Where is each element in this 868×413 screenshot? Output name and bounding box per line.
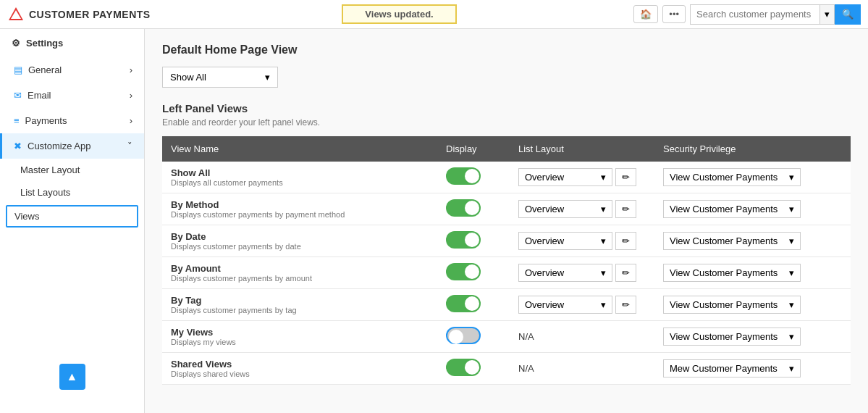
security-dropdown[interactable]: View Customer Payments ▾	[663, 200, 801, 218]
sidebar-sub-views[interactable]: Views	[6, 205, 138, 228]
security-dropdown[interactable]: View Customer Payments ▾	[663, 296, 801, 314]
left-panel-sub: Enable and reorder your left panel views…	[162, 117, 851, 128]
sidebar-item-email[interactable]: ✉ Email ›	[0, 83, 144, 108]
display-cell	[437, 193, 510, 225]
email-icon: ✉	[14, 90, 22, 101]
view-name: By Date	[171, 231, 429, 242]
list-layout-cell: Overview ▾ ✏	[510, 193, 654, 225]
view-name: Show All	[171, 167, 429, 178]
privilege-value: View Customer Payments	[670, 331, 778, 342]
na-label: N/A	[518, 331, 534, 342]
privilege-chevron-icon: ▾	[789, 267, 794, 278]
display-cell	[437, 321, 510, 353]
table-row: By TagDisplays customer payments by tag …	[162, 289, 851, 321]
more-button[interactable]: •••	[662, 5, 686, 23]
scroll-up-button[interactable]: ▲	[59, 364, 85, 390]
security-cell: View Customer Payments ▾	[654, 225, 851, 257]
home-button[interactable]: 🏠	[633, 5, 658, 23]
master-layout-label: Master Layout	[20, 164, 80, 175]
search-input[interactable]	[690, 4, 820, 25]
toggle-knob	[465, 233, 479, 247]
privilege-chevron-icon: ▾	[789, 299, 794, 310]
privilege-value: View Customer Payments	[670, 299, 778, 310]
table-row: By DateDisplays customer payments by dat…	[162, 225, 851, 257]
display-toggle[interactable]	[446, 295, 481, 312]
toggle-knob	[465, 169, 479, 183]
list-layout-dropdown[interactable]: Overview ▾	[518, 296, 612, 314]
sidebar-payments-label: Payments	[25, 115, 67, 126]
list-layouts-label: List Layouts	[20, 187, 70, 198]
list-layout-dropdown[interactable]: Overview ▾	[518, 264, 612, 282]
sidebar-item-general[interactable]: ▤ General ›	[0, 57, 144, 83]
sidebar-customize-label: Customize App	[28, 141, 90, 151]
header-center: Views updated.	[165, 4, 634, 24]
display-toggle[interactable]	[446, 199, 481, 217]
privilege-value: View Customer Payments	[670, 267, 778, 278]
general-icon: ▤	[14, 64, 22, 75]
toggle-knob	[465, 201, 479, 215]
sidebar-sub-list-layouts[interactable]: List Layouts	[0, 181, 144, 204]
default-view-dropdown[interactable]: Show All ▾	[162, 67, 278, 88]
sidebar-item-payments[interactable]: ≡ Payments ›	[0, 108, 144, 133]
table-row: By MethodDisplays customer payments by p…	[162, 193, 851, 225]
search-dropdown-button[interactable]: ▾	[820, 4, 835, 25]
list-layout-dropdown[interactable]: Overview ▾	[518, 200, 612, 218]
view-name: By Method	[171, 199, 429, 210]
display-cell	[437, 353, 510, 385]
privilege-value: Mew Customer Payments	[670, 363, 778, 374]
display-toggle[interactable]	[446, 327, 481, 344]
list-layout-cell: Overview ▾ ✏	[510, 257, 654, 289]
view-name-cell: By TagDisplays customer payments by tag	[162, 289, 437, 321]
sidebar-item-payments-left: ≡ Payments	[14, 115, 67, 126]
app-logo-icon	[7, 6, 25, 23]
security-dropdown[interactable]: Mew Customer Payments ▾	[663, 359, 801, 377]
security-dropdown[interactable]: View Customer Payments ▾	[663, 264, 801, 282]
security-cell: View Customer Payments ▾	[654, 162, 851, 193]
edit-layout-button[interactable]: ✏	[615, 168, 636, 186]
sidebar-item-customize[interactable]: ✖ Customize App ˅	[0, 133, 144, 159]
display-cell	[437, 162, 510, 193]
edit-layout-button[interactable]: ✏	[615, 232, 636, 250]
layout-value: Overview	[525, 267, 564, 278]
security-dropdown[interactable]: View Customer Payments ▾	[663, 168, 801, 186]
email-chevron-icon: ›	[130, 90, 132, 101]
list-layout-dropdown[interactable]: Overview ▾	[518, 232, 612, 250]
layout-value: Overview	[525, 299, 564, 310]
privilege-chevron-icon: ▾	[789, 363, 794, 374]
layout-chevron-icon: ▾	[601, 172, 606, 183]
col-display: Display	[437, 136, 510, 162]
security-cell: View Customer Payments ▾	[654, 257, 851, 289]
view-desc: Displays customer payments by date	[171, 242, 429, 251]
main-layout: ⚙ Settings ▤ General › ✉ Email › ≡ Payme…	[0, 29, 868, 413]
settings-header: ⚙ Settings	[0, 29, 144, 57]
edit-layout-button[interactable]: ✏	[615, 200, 636, 218]
list-layout-cell: Overview ▾ ✏	[510, 289, 654, 321]
general-chevron-icon: ›	[130, 64, 132, 75]
layout-value: Overview	[525, 204, 564, 214]
layout-value: Overview	[525, 235, 564, 246]
sidebar-sub-master-layout[interactable]: Master Layout	[0, 159, 144, 181]
edit-layout-button[interactable]: ✏	[615, 296, 636, 314]
table-header: View Name Display List Layout Security P…	[162, 136, 851, 162]
security-cell: Mew Customer Payments ▾	[654, 353, 851, 385]
display-toggle[interactable]	[446, 231, 481, 249]
security-dropdown[interactable]: View Customer Payments ▾	[663, 232, 801, 250]
display-toggle[interactable]	[446, 263, 481, 280]
sidebar-item-email-left: ✉ Email	[14, 90, 51, 101]
layout-value: Overview	[525, 172, 564, 183]
list-layout-dropdown[interactable]: Overview ▾	[518, 168, 612, 186]
view-desc: Displays customer payments by amount	[171, 274, 429, 283]
sidebar: ⚙ Settings ▤ General › ✉ Email › ≡ Payme…	[0, 29, 145, 413]
security-dropdown[interactable]: View Customer Payments ▾	[663, 328, 801, 346]
app-logo: CUSTOMER PAYMENTS	[7, 6, 151, 23]
search-submit-button[interactable]: 🔍	[835, 4, 861, 25]
views-label: Views	[14, 211, 39, 222]
default-view-chevron-icon: ▾	[265, 72, 270, 83]
col-list-layout: List Layout	[510, 136, 654, 162]
edit-layout-button[interactable]: ✏	[615, 264, 636, 282]
col-view-name: View Name	[162, 136, 437, 162]
toggle-knob	[465, 360, 479, 375]
display-toggle[interactable]	[446, 167, 481, 185]
display-toggle[interactable]	[446, 359, 481, 376]
view-desc: Displays customer payments by payment me…	[171, 210, 429, 219]
